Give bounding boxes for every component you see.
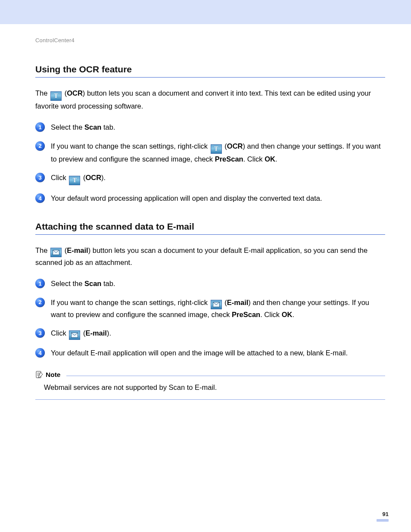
text: tab. bbox=[101, 280, 115, 287]
step-text: Your default word processing application… bbox=[51, 193, 385, 204]
step-bullet-icon: 4 bbox=[35, 193, 45, 203]
note-rule bbox=[35, 399, 385, 400]
step-text: If you want to change the scan settings,… bbox=[51, 297, 385, 320]
text: tab. bbox=[101, 123, 115, 131]
bold-text: OCR bbox=[227, 142, 243, 150]
ocr-label: OCR bbox=[67, 89, 83, 97]
ocr-icon: T bbox=[50, 91, 62, 101]
step-item: 3 Click (E-mail). bbox=[35, 328, 385, 340]
step-bullet-icon: 1 bbox=[35, 279, 45, 288]
footer-accent bbox=[377, 519, 389, 522]
bold-text: OCR bbox=[85, 174, 101, 181]
note-icon bbox=[35, 371, 43, 379]
text: Select the bbox=[51, 123, 84, 131]
bold-text: E-mail bbox=[227, 299, 249, 306]
note-label: Note bbox=[46, 371, 60, 379]
text: The bbox=[35, 89, 50, 97]
text: If you want to change the scan settings,… bbox=[51, 142, 210, 150]
page-number: 91 bbox=[377, 511, 389, 517]
text: ) button lets you scan a document and co… bbox=[35, 89, 371, 110]
ocr-icon: T bbox=[69, 176, 80, 185]
breadcrumb: ControlCenter4 bbox=[35, 37, 385, 44]
step-text: Your default E-mail application will ope… bbox=[51, 348, 385, 359]
step-item: 1 Select the Scan tab. bbox=[35, 278, 385, 289]
section-divider bbox=[35, 234, 385, 235]
top-band bbox=[0, 0, 411, 24]
text: Click bbox=[51, 329, 68, 337]
email-intro-paragraph: The (E-mail) button lets you scan a docu… bbox=[35, 245, 385, 268]
step-item: 4 Your default word processing applicati… bbox=[35, 193, 385, 204]
step-bullet-icon: 2 bbox=[35, 141, 45, 151]
text: The bbox=[35, 246, 50, 254]
section-email-title: Attaching the scanned data to E-mail bbox=[35, 221, 385, 232]
note-block: Note Webmail services are not supported … bbox=[35, 371, 385, 400]
section-divider bbox=[35, 77, 385, 78]
bold-text: PreScan bbox=[215, 155, 243, 163]
text: Select the bbox=[51, 280, 84, 287]
ocr-icon: T bbox=[211, 144, 222, 154]
email-label: E-mail bbox=[67, 246, 88, 254]
step-text: Select the Scan tab. bbox=[51, 278, 385, 289]
ocr-intro-paragraph: The T (OCR) button lets you scan a docum… bbox=[35, 88, 385, 112]
bold-text: PreScan bbox=[232, 311, 260, 318]
text: Click bbox=[51, 174, 68, 181]
text: . bbox=[292, 311, 294, 318]
step-bullet-icon: 2 bbox=[35, 298, 45, 307]
text: . bbox=[275, 155, 277, 163]
bold-text: OK bbox=[282, 311, 293, 318]
step-text: If you want to change the scan settings,… bbox=[51, 141, 385, 165]
email-steps: 1 Select the Scan tab. 2 If you want to … bbox=[35, 278, 385, 359]
bold-text: Scan bbox=[84, 123, 101, 131]
bold-text: E-mail bbox=[85, 329, 107, 337]
step-bullet-icon: 3 bbox=[35, 173, 45, 182]
note-rule bbox=[66, 376, 385, 376]
email-icon bbox=[50, 248, 62, 257]
email-icon bbox=[69, 330, 80, 340]
step-bullet-icon: 4 bbox=[35, 348, 45, 358]
page-content: 4 ControlCenter4 Using the OCR feature T… bbox=[0, 24, 411, 413]
step-bullet-icon: 3 bbox=[35, 328, 45, 338]
text: . Click bbox=[260, 311, 282, 318]
section-ocr-title: Using the OCR feature bbox=[35, 64, 385, 75]
step-item: 4 Your default E-mail application will o… bbox=[35, 348, 385, 359]
step-text: Select the Scan tab. bbox=[51, 122, 385, 133]
step-text: Click T (OCR). bbox=[51, 172, 385, 185]
text: ). bbox=[101, 174, 106, 181]
note-body: Webmail services are not supported by Sc… bbox=[35, 379, 385, 399]
bold-text: OK bbox=[265, 155, 275, 163]
step-item: 1 Select the Scan tab. bbox=[35, 122, 385, 133]
step-item: 3 Click T (OCR). bbox=[35, 172, 385, 185]
footer: 91 bbox=[377, 511, 389, 522]
email-icon bbox=[211, 300, 222, 309]
ocr-steps: 1 Select the Scan tab. 2 If you want to … bbox=[35, 122, 385, 204]
text: ). bbox=[107, 329, 111, 337]
text: . Click bbox=[243, 155, 265, 163]
step-bullet-icon: 1 bbox=[35, 122, 45, 132]
step-item: 2 If you want to change the scan setting… bbox=[35, 141, 385, 165]
bold-text: Scan bbox=[84, 280, 101, 287]
step-text: Click (E-mail). bbox=[51, 328, 385, 340]
text: If you want to change the scan settings,… bbox=[51, 299, 210, 306]
step-item: 2 If you want to change the scan setting… bbox=[35, 297, 385, 320]
